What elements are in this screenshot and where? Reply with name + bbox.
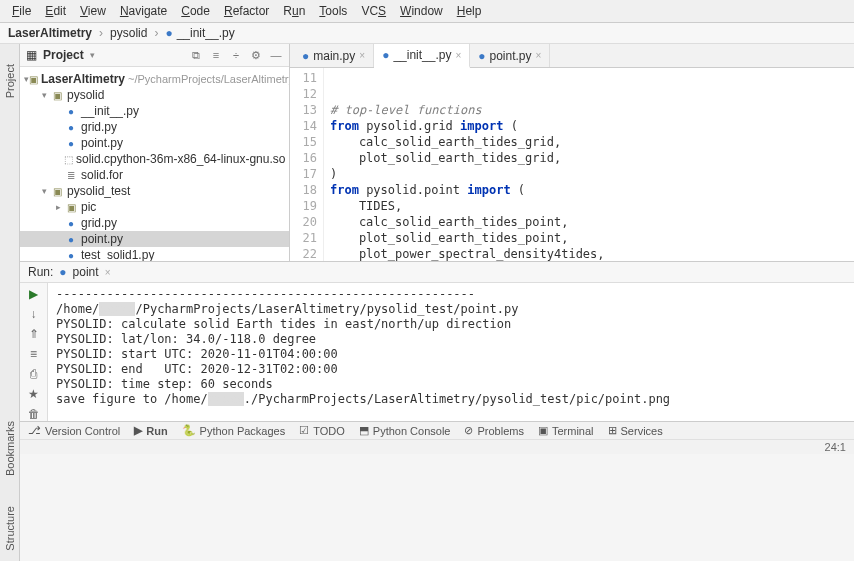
editor-area: ●main.py× ●__init__.py× ●point.py× 11121… — [290, 44, 854, 261]
binary-file-icon: ⬚ — [64, 152, 73, 166]
tree-file-test-grid[interactable]: ●grid.py — [20, 215, 289, 231]
structure-tool-tab[interactable]: Structure — [4, 506, 16, 551]
tree-file-test1[interactable]: ●test_solid1.py — [20, 247, 289, 261]
close-icon[interactable]: × — [455, 50, 461, 61]
menu-vcs[interactable]: VCS — [355, 2, 392, 20]
project-panel-header: ▦ Project ▾ ⧉ ≡ ÷ ⚙ — — [20, 44, 289, 67]
clear-icon[interactable]: ★ — [25, 387, 43, 401]
tree-file-grid[interactable]: ●grid.py — [20, 119, 289, 135]
tab-point[interactable]: ●point.py× — [470, 44, 550, 67]
menu-edit[interactable]: Edit — [39, 2, 72, 20]
main-menu: File Edit View Navigate Code Refactor Ru… — [0, 0, 854, 23]
python-file-icon: ● — [64, 248, 78, 261]
menu-view[interactable]: View — [74, 2, 112, 20]
tree-dir-pysolid-test[interactable]: ▾▣pysolid_test — [20, 183, 289, 199]
menu-run[interactable]: Run — [277, 2, 311, 20]
menu-navigate[interactable]: Navigate — [114, 2, 173, 20]
bookmarks-tool-tab[interactable]: Bookmarks — [4, 421, 16, 476]
breadcrumb-bar: LaserAltimetry pysolid ● __init__.py — [0, 23, 854, 44]
run-toolbar: ▶ ↓ ⇑ ≡ ⎙ ★ 🗑 — [20, 283, 48, 421]
folder-icon: ▣ — [64, 200, 78, 214]
breadcrumb-sep — [96, 26, 106, 40]
settings-icon[interactable]: ⚙ — [249, 48, 263, 62]
breadcrumb-dir[interactable]: pysolid — [110, 26, 147, 40]
run-output[interactable]: ----------------------------------------… — [48, 283, 854, 421]
code-body[interactable]: # top-level functionsfrom pysolid.grid i… — [324, 68, 854, 261]
collapse-all-icon[interactable]: ⧉ — [189, 48, 203, 62]
python-file-icon: ● — [64, 216, 78, 230]
bottom-tool-bar: ⎇ Version Control ▶ Run 🐍 Python Package… — [20, 421, 854, 439]
caret-position[interactable]: 24:1 — [825, 441, 846, 453]
bottom-python-packages[interactable]: 🐍 Python Packages — [182, 424, 286, 437]
tree-dir-pic[interactable]: ▸▣pic — [20, 199, 289, 215]
menu-tools[interactable]: Tools — [313, 2, 353, 20]
tree-file-so[interactable]: ⬚solid.cpython-36m-x86_64-linux-gnu.so — [20, 151, 289, 167]
project-tree: ▾▣LaserAltimetry~/PycharmProjects/LaserA… — [20, 67, 289, 261]
tree-file-for[interactable]: ≣solid.for — [20, 167, 289, 183]
tree-file-init[interactable]: ●__init__.py — [20, 103, 289, 119]
tab-main[interactable]: ●main.py× — [294, 44, 374, 67]
folder-icon: ▣ — [50, 88, 64, 102]
python-file-icon: ● — [478, 49, 485, 63]
tree-file-point[interactable]: ●point.py — [20, 135, 289, 151]
stop-icon[interactable]: ↓ — [25, 307, 43, 321]
menu-file[interactable]: File — [6, 2, 37, 20]
project-icon: ▦ — [26, 48, 37, 62]
python-file-icon: ● — [64, 232, 78, 246]
python-file-icon: ● — [64, 120, 78, 134]
run-config-name[interactable]: point — [73, 265, 99, 279]
run-panel-header: Run: ● point × — [20, 262, 854, 283]
breadcrumb-sep — [151, 26, 161, 40]
file-icon: ≣ — [64, 168, 78, 182]
bottom-version-control[interactable]: ⎇ Version Control — [28, 424, 120, 437]
python-file-icon: ● — [64, 104, 78, 118]
expand-all-icon[interactable]: ≡ — [209, 48, 223, 62]
hide-icon[interactable]: — — [269, 48, 283, 62]
project-panel: ▦ Project ▾ ⧉ ≡ ÷ ⚙ — ▾▣LaserAltimetry~/… — [20, 44, 290, 261]
select-open-icon[interactable]: ÷ — [229, 48, 243, 62]
python-file-icon: ● — [64, 136, 78, 150]
python-file-icon: ● — [165, 26, 172, 40]
close-icon[interactable]: × — [536, 50, 542, 61]
up-icon[interactable]: ⇑ — [25, 327, 43, 341]
bottom-terminal[interactable]: ▣ Terminal — [538, 424, 594, 437]
bottom-python-console[interactable]: ⬒ Python Console — [359, 424, 451, 437]
tree-dir-pysolid[interactable]: ▾▣pysolid — [20, 87, 289, 103]
left-gutter-top: Project — [0, 44, 20, 421]
close-icon[interactable]: × — [359, 50, 365, 61]
left-gutter-bottom: Bookmarks Structure — [0, 421, 20, 561]
breadcrumb-file[interactable]: __init__.py — [177, 26, 235, 40]
project-tool-tab[interactable]: Project — [4, 64, 16, 98]
menu-help[interactable]: Help — [451, 2, 488, 20]
bottom-problems[interactable]: ⊘ Problems — [464, 424, 523, 437]
code-editor[interactable]: 11121314151617181920212223242526272829 #… — [290, 68, 854, 261]
python-file-icon: ● — [382, 48, 389, 62]
bottom-run[interactable]: ▶ Run — [134, 424, 167, 437]
project-panel-title: Project — [43, 48, 84, 62]
menu-window[interactable]: Window — [394, 2, 449, 20]
trash-icon[interactable]: 🗑 — [25, 407, 43, 421]
status-bar: 24:1 — [20, 439, 854, 454]
dropdown-icon[interactable]: ▾ — [90, 50, 95, 60]
print-icon[interactable]: ⎙ — [25, 367, 43, 381]
editor-tabs: ●main.py× ●__init__.py× ●point.py× — [290, 44, 854, 68]
run-panel: Run: ● point × ▶ ↓ ⇑ ≡ ⎙ ★ 🗑 -----------… — [20, 261, 854, 421]
python-file-icon: ● — [59, 265, 66, 279]
line-gutter: 11121314151617181920212223242526272829 — [290, 68, 324, 261]
bottom-services[interactable]: ⊞ Services — [608, 424, 663, 437]
folder-icon: ▣ — [29, 72, 38, 86]
tree-root[interactable]: ▾▣LaserAltimetry~/PycharmProjects/LaserA… — [20, 71, 289, 87]
tree-file-test-point[interactable]: ●point.py — [20, 231, 289, 247]
breadcrumb-root[interactable]: LaserAltimetry — [8, 26, 92, 40]
close-icon[interactable]: × — [105, 267, 111, 278]
run-title: Run: — [28, 265, 53, 279]
bottom-todo[interactable]: ☑ TODO — [299, 424, 345, 437]
rerun-icon[interactable]: ▶ — [25, 287, 43, 301]
python-file-icon: ● — [302, 49, 309, 63]
menu-refactor[interactable]: Refactor — [218, 2, 275, 20]
folder-icon: ▣ — [50, 184, 64, 198]
menu-code[interactable]: Code — [175, 2, 216, 20]
tab-init[interactable]: ●__init__.py× — [374, 44, 470, 68]
wrap-icon[interactable]: ≡ — [25, 347, 43, 361]
